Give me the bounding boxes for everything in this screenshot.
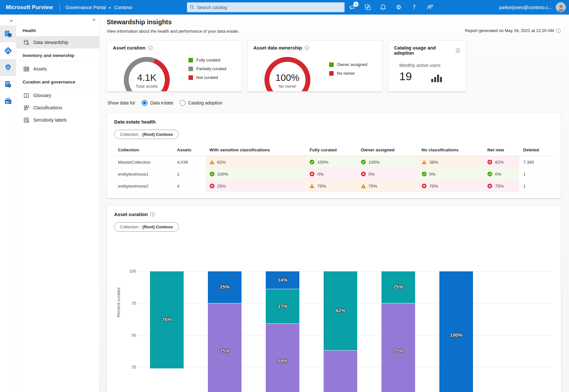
status-value: 100% bbox=[217, 172, 229, 177]
column-header[interactable]: With sensitive classifications bbox=[206, 144, 306, 156]
check-circle-icon bbox=[487, 171, 492, 177]
collapse-menu-button[interactable]: « bbox=[93, 16, 95, 22]
feedback-icon[interactable] bbox=[426, 4, 433, 11]
status-cell: 0% bbox=[306, 168, 357, 180]
column-header[interactable]: Deleted bbox=[519, 144, 554, 156]
data-catalog-icon bbox=[4, 47, 12, 55]
pill-prefix: Collection : bbox=[120, 224, 141, 229]
table-row[interactable]: entitytestmove2425%75%75%75%75%1 bbox=[114, 180, 554, 192]
pill-value: (Root) Contoso bbox=[142, 132, 173, 137]
legend-label: Owner assigned bbox=[337, 62, 367, 67]
top-bar: Microsoft Purview Governance Portal ▸ Co… bbox=[0, 0, 569, 15]
breadcrumb-governance-portal[interactable]: Governance Portal bbox=[66, 5, 106, 10]
legend-item: Owner assigned bbox=[329, 62, 367, 67]
gauge-label: No owner bbox=[278, 84, 296, 89]
status-value: 25% bbox=[217, 184, 226, 189]
column-header[interactable]: Net new bbox=[483, 144, 519, 156]
app-brand[interactable]: Microsoft Purview bbox=[0, 4, 59, 10]
tenant-switch-icon[interactable] bbox=[364, 4, 371, 11]
warning-triangle-icon bbox=[422, 159, 427, 165]
asset-curation-section-info-icon[interactable]: i bbox=[150, 212, 155, 217]
column-header[interactable]: Assets bbox=[173, 144, 206, 156]
radio-data-estate[interactable]: Data estate bbox=[142, 100, 173, 106]
y-tick-label: 75 bbox=[124, 301, 136, 306]
column-header[interactable]: Fully curated bbox=[306, 144, 357, 156]
help-icon[interactable]: ? bbox=[411, 4, 418, 11]
table-row[interactable]: MasterCollection4,03662%100%100%38%82%7,… bbox=[114, 156, 554, 168]
bar-segment-label: 76% bbox=[150, 317, 184, 322]
bar-segment-label: 62% bbox=[324, 308, 357, 313]
y-tick-label: 50 bbox=[124, 333, 136, 338]
rail-item-policy[interactable] bbox=[0, 76, 16, 93]
menu-item-data-stewardship[interactable]: Data stewardship bbox=[16, 36, 99, 49]
bar-segment-purple bbox=[208, 303, 242, 392]
stacked-bar[interactable]: 100% bbox=[439, 271, 473, 392]
radio-catalog-adoption[interactable]: Catalog adoption bbox=[180, 100, 222, 106]
warning-triangle-icon bbox=[309, 183, 315, 189]
status-cell: 75% bbox=[357, 180, 418, 192]
menu-item-classifications[interactable]: Classifications bbox=[16, 102, 99, 114]
breadcrumb-contoso[interactable]: Contoso bbox=[114, 5, 132, 10]
asset-curation-legend: Fully curatedPartially curatedNot curate… bbox=[188, 58, 226, 80]
stacked-bar[interactable]: 76% bbox=[150, 271, 184, 392]
asset-ownership-info-icon[interactable]: i bbox=[305, 46, 309, 50]
stacked-bar[interactable]: 25%75% bbox=[381, 271, 415, 392]
status-cell: 82% bbox=[483, 156, 519, 168]
check-circle-icon bbox=[422, 171, 427, 177]
stacked-bar[interactable]: ≈ 0%62% bbox=[324, 271, 357, 392]
avatar[interactable] bbox=[556, 2, 566, 12]
deleted-count: 1 bbox=[519, 168, 554, 180]
gear-icon[interactable]: ⚙ bbox=[395, 4, 402, 11]
collection-filter-pill[interactable]: Collection : (Root) Contoso bbox=[114, 130, 179, 139]
status-value: 75% bbox=[317, 184, 326, 189]
legend-item: Fully curated bbox=[188, 58, 226, 62]
bar-segment-purple bbox=[324, 351, 357, 392]
show-data-for-filter: Show data for Data estate Catalog adopti… bbox=[107, 100, 569, 106]
status-cell: 0% bbox=[357, 168, 418, 180]
catalog-usage-info-icon[interactable]: i bbox=[456, 48, 460, 53]
status-value: 75% bbox=[495, 184, 504, 189]
status-cell: 75% bbox=[306, 180, 357, 192]
asset-ownership-card: Asset data ownershipi 100% No owner Owne… bbox=[247, 40, 382, 92]
topbar-actions: 1 ⚙ ? bbox=[349, 0, 433, 15]
monthly-active-users-value: 19 bbox=[399, 70, 412, 83]
rail-item-management[interactable] bbox=[0, 93, 16, 110]
policy-icon bbox=[4, 80, 12, 89]
report-generated-line: Report generated on May 16, 2022 at 12:2… bbox=[465, 28, 561, 33]
rail-item-insights[interactable] bbox=[0, 59, 16, 76]
column-header[interactable]: Collection bbox=[114, 144, 173, 156]
gauge-value: 100% bbox=[275, 72, 299, 83]
menu-item-assets[interactable]: Assets bbox=[16, 63, 99, 75]
megaphone-icon[interactable]: 1 bbox=[349, 4, 356, 11]
rail-item-data-map[interactable] bbox=[0, 26, 16, 42]
report-info-icon[interactable]: i bbox=[556, 28, 561, 33]
column-header[interactable]: No classifications bbox=[418, 144, 483, 156]
asset-ownership-card-title: Asset data ownership bbox=[253, 45, 302, 50]
account-email[interactable]: parkerjones@contoso.c... bbox=[499, 0, 552, 15]
x-circle-icon bbox=[487, 183, 492, 189]
stacked-bar[interactable]: 14%27%59% bbox=[266, 271, 299, 392]
menu-item-label: Data stewardship bbox=[33, 40, 68, 45]
bell-icon[interactable] bbox=[380, 4, 387, 11]
search-box bbox=[187, 2, 345, 12]
collection-filter-pill[interactable]: Collection : (Root) Contoso bbox=[114, 222, 179, 232]
legend-item: Partially curated bbox=[188, 66, 226, 71]
check-circle-icon bbox=[209, 171, 215, 177]
breadcrumb-chevron-icon: ▸ bbox=[109, 5, 111, 10]
expand-rail-button[interactable]: » bbox=[0, 15, 16, 26]
asset-curation-info-icon[interactable]: i bbox=[148, 46, 153, 50]
menu-item-sensitivity-labels[interactable]: Sensitivity labels bbox=[16, 114, 99, 126]
status-value: 0% bbox=[317, 172, 324, 177]
search-input[interactable] bbox=[197, 5, 342, 10]
status-cell: 0% bbox=[483, 168, 519, 180]
assets-icon bbox=[23, 66, 29, 72]
table-row[interactable]: entitytestmove11100%0%0%0%0%1 bbox=[114, 168, 554, 180]
rail-item-data-catalog[interactable] bbox=[0, 42, 16, 59]
data-estate-health-table: CollectionAssetsWith sensitive classific… bbox=[114, 144, 554, 192]
stacked-bar[interactable]: 25%75% bbox=[208, 271, 242, 392]
column-header[interactable]: Owner assigned bbox=[357, 144, 418, 156]
menu-item-glossary[interactable]: Glossary bbox=[16, 89, 99, 102]
status-cell: 100% bbox=[306, 156, 357, 168]
status-cell: 75% bbox=[418, 180, 483, 192]
person-icon bbox=[556, 3, 566, 12]
